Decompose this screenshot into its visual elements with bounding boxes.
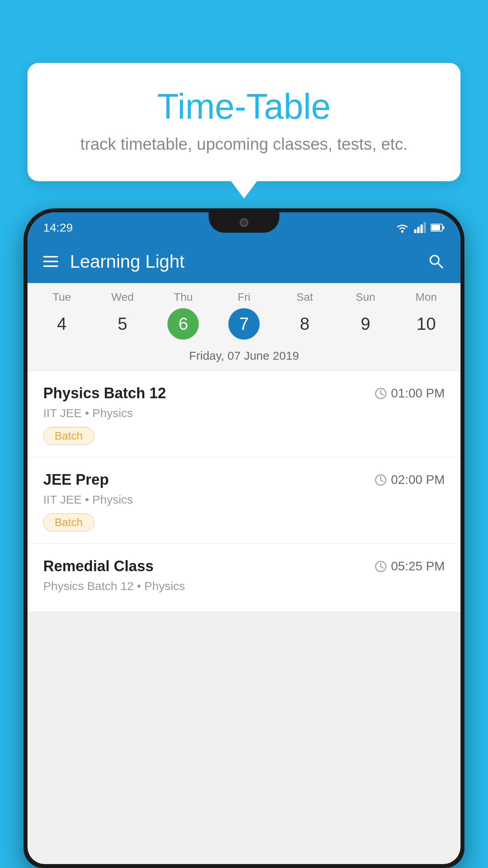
camera-dot (240, 218, 248, 227)
svg-rect-1 (414, 229, 416, 233)
tooltip-title: Time-Table (51, 86, 437, 127)
day-number[interactable]: 7 (228, 308, 260, 340)
day-col-6[interactable]: Thu6 (153, 291, 214, 340)
svg-line-9 (438, 263, 442, 268)
schedule-subtitle: Physics Batch 12 • Physics (43, 579, 445, 593)
svg-rect-3 (420, 224, 423, 233)
battery-icon (431, 223, 445, 232)
calendar-strip: Tue4Wed5Thu6Fri7Sat8Sun9Mon10 Friday, 07… (28, 283, 460, 371)
day-number[interactable]: 9 (350, 308, 381, 340)
schedule-time: 01:00 PM (374, 386, 445, 401)
schedule-item-header: Physics Batch 1201:00 PM (43, 385, 445, 402)
schedule-item[interactable]: JEE Prep02:00 PMIIT JEE • PhysicsBatch (28, 457, 460, 544)
schedule-item-header: JEE Prep02:00 PM (43, 471, 445, 488)
app-bar: Learning Light (28, 240, 460, 283)
day-number[interactable]: 4 (46, 308, 77, 340)
tooltip-card: Time-Table track timetable, upcoming cla… (28, 63, 460, 181)
schedule-title: JEE Prep (43, 471, 109, 488)
hamburger-menu-button[interactable] (43, 256, 58, 267)
svg-rect-4 (424, 222, 426, 233)
schedule-time: 02:00 PM (374, 473, 445, 487)
day-name: Sat (297, 291, 313, 303)
svg-line-12 (381, 394, 383, 395)
day-name: Fri (238, 291, 251, 303)
day-name: Tue (53, 291, 71, 303)
day-col-7[interactable]: Fri7 (214, 291, 275, 340)
day-col-10[interactable]: Mon10 (396, 291, 457, 340)
day-col-4[interactable]: Tue4 (31, 291, 92, 340)
app-bar-title: Learning Light (70, 251, 416, 272)
schedule-subtitle: IIT JEE • Physics (43, 493, 445, 506)
wifi-icon (395, 222, 409, 233)
clock-icon (374, 560, 387, 573)
search-button[interactable] (427, 253, 445, 270)
day-col-9[interactable]: Sun9 (335, 291, 396, 340)
day-col-5[interactable]: Wed5 (92, 291, 153, 340)
day-number[interactable]: 8 (289, 308, 321, 340)
tooltip-subtitle: track timetable, upcoming classes, tests… (51, 135, 437, 154)
signal-icon (414, 222, 426, 233)
svg-rect-7 (443, 226, 444, 229)
svg-point-0 (401, 230, 404, 233)
schedule-time-text: 01:00 PM (391, 386, 445, 401)
svg-rect-6 (431, 225, 440, 230)
batch-badge: Batch (43, 427, 94, 445)
day-name: Sun (356, 291, 375, 303)
schedule-item[interactable]: Physics Batch 1201:00 PMIIT JEE • Physic… (28, 371, 460, 457)
clock-icon (374, 474, 387, 486)
clock-icon (374, 387, 387, 400)
phone-frame: 14:29 (24, 208, 464, 868)
batch-badge: Batch (43, 513, 94, 531)
status-icons (395, 222, 445, 233)
phone-notch (209, 212, 279, 233)
selected-date-label: Friday, 07 June 2019 (28, 344, 460, 371)
day-name: Mon (416, 291, 437, 303)
day-name: Wed (111, 291, 134, 303)
day-name: Thu (174, 291, 193, 303)
days-header: Tue4Wed5Thu6Fri7Sat8Sun9Mon10 (28, 291, 460, 344)
svg-rect-2 (417, 227, 420, 233)
day-number[interactable]: 6 (167, 308, 199, 340)
status-time: 14:29 (43, 221, 73, 234)
schedule-time: 05:25 PM (374, 559, 445, 574)
schedule-subtitle: IIT JEE • Physics (43, 406, 445, 420)
schedule-time-text: 05:25 PM (391, 559, 445, 574)
phone-inner: 14:29 (28, 212, 460, 864)
svg-line-15 (381, 480, 383, 482)
schedule-time-text: 02:00 PM (391, 473, 445, 487)
schedule-item-header: Remedial Class05:25 PM (43, 558, 445, 575)
schedule-title: Physics Batch 12 (43, 385, 166, 402)
svg-line-18 (381, 566, 383, 568)
schedule-list: Physics Batch 1201:00 PMIIT JEE • Physic… (28, 371, 460, 612)
day-number[interactable]: 5 (107, 308, 138, 340)
schedule-item[interactable]: Remedial Class05:25 PMPhysics Batch 12 •… (28, 544, 460, 612)
day-col-8[interactable]: Sat8 (274, 291, 335, 340)
day-number[interactable]: 10 (411, 308, 442, 340)
schedule-title: Remedial Class (43, 558, 154, 575)
